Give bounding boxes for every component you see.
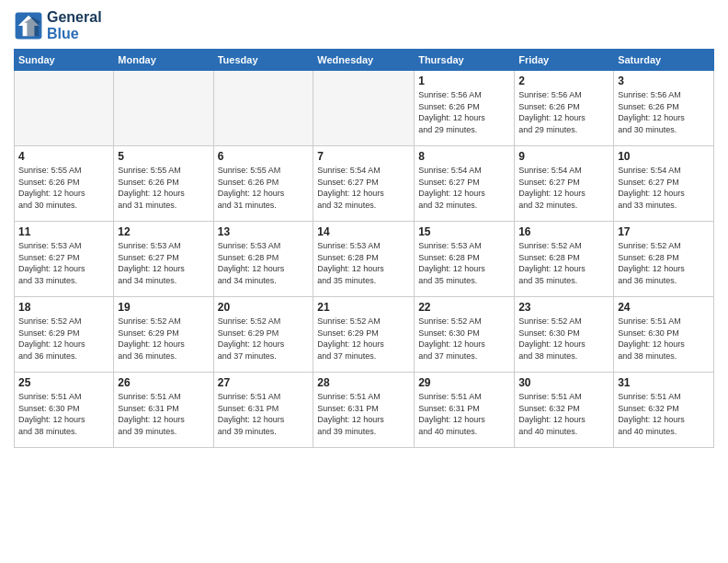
calendar-cell: 20Sunrise: 5:52 AM Sunset: 6:29 PM Dayli… [213,297,313,373]
calendar-cell: 9Sunrise: 5:54 AM Sunset: 6:27 PM Daylig… [515,146,614,222]
calendar-cell: 12Sunrise: 5:53 AM Sunset: 6:27 PM Dayli… [114,222,213,297]
week-row-4: 18Sunrise: 5:52 AM Sunset: 6:29 PM Dayli… [15,297,714,373]
day-info: Sunrise: 5:52 AM Sunset: 6:30 PM Dayligh… [518,316,609,362]
day-number: 20 [218,301,310,314]
day-number: 10 [618,150,710,163]
day-info: Sunrise: 5:56 AM Sunset: 6:26 PM Dayligh… [518,89,609,135]
day-info: Sunrise: 5:52 AM Sunset: 6:29 PM Dayligh… [317,316,410,362]
calendar-cell: 11Sunrise: 5:53 AM Sunset: 6:27 PM Dayli… [15,222,114,297]
day-number: 15 [418,225,510,238]
day-info: Sunrise: 5:51 AM Sunset: 6:31 PM Dayligh… [118,391,209,437]
day-info: Sunrise: 5:53 AM Sunset: 6:27 PM Dayligh… [118,240,209,286]
day-info: Sunrise: 5:51 AM Sunset: 6:32 PM Dayligh… [518,391,609,437]
day-number: 18 [18,301,109,314]
weekday-row: SundayMondayTuesdayWednesdayThursdayFrid… [15,50,714,71]
day-info: Sunrise: 5:51 AM Sunset: 6:30 PM Dayligh… [618,316,710,362]
day-number: 27 [218,376,310,389]
day-number: 1 [418,75,510,87]
calendar-cell: 28Sunrise: 5:51 AM Sunset: 6:31 PM Dayli… [313,373,415,448]
day-number: 6 [218,150,310,163]
week-row-3: 11Sunrise: 5:53 AM Sunset: 6:27 PM Dayli… [15,222,714,297]
calendar-header: SundayMondayTuesdayWednesdayThursdayFrid… [15,50,714,71]
logo-icon [14,11,43,40]
day-number: 13 [218,225,310,238]
day-info: Sunrise: 5:52 AM Sunset: 6:29 PM Dayligh… [218,316,310,362]
calendar-cell: 24Sunrise: 5:51 AM Sunset: 6:30 PM Dayli… [614,297,714,373]
day-info: Sunrise: 5:53 AM Sunset: 6:28 PM Dayligh… [317,240,410,286]
logo-text: General Blue [47,9,102,41]
calendar-cell: 8Sunrise: 5:54 AM Sunset: 6:27 PM Daylig… [415,146,515,222]
calendar-cell: 18Sunrise: 5:52 AM Sunset: 6:29 PM Dayli… [15,297,114,373]
day-number: 8 [418,150,510,163]
weekday-header-thursday: Thursday [415,50,515,71]
calendar-cell: 1Sunrise: 5:56 AM Sunset: 6:26 PM Daylig… [415,71,515,146]
day-info: Sunrise: 5:54 AM Sunset: 6:27 PM Dayligh… [418,165,510,211]
day-info: Sunrise: 5:54 AM Sunset: 6:27 PM Dayligh… [618,165,710,211]
weekday-header-saturday: Saturday [614,50,714,71]
day-info: Sunrise: 5:52 AM Sunset: 6:29 PM Dayligh… [18,316,109,362]
day-number: 21 [317,301,410,314]
calendar-cell: 31Sunrise: 5:51 AM Sunset: 6:32 PM Dayli… [614,373,714,448]
day-info: Sunrise: 5:51 AM Sunset: 6:30 PM Dayligh… [18,391,109,437]
weekday-header-tuesday: Tuesday [213,50,313,71]
calendar-cell: 26Sunrise: 5:51 AM Sunset: 6:31 PM Dayli… [114,373,213,448]
header: General Blue [14,9,714,41]
calendar-cell: 25Sunrise: 5:51 AM Sunset: 6:30 PM Dayli… [15,373,114,448]
day-info: Sunrise: 5:51 AM Sunset: 6:31 PM Dayligh… [218,391,310,437]
calendar-cell: 14Sunrise: 5:53 AM Sunset: 6:28 PM Dayli… [313,222,415,297]
day-info: Sunrise: 5:52 AM Sunset: 6:28 PM Dayligh… [618,240,710,286]
day-info: Sunrise: 5:53 AM Sunset: 6:28 PM Dayligh… [418,240,510,286]
calendar-cell: 5Sunrise: 5:55 AM Sunset: 6:26 PM Daylig… [114,146,213,222]
day-number: 7 [317,150,410,163]
calendar-cell: 23Sunrise: 5:52 AM Sunset: 6:30 PM Dayli… [515,297,614,373]
week-row-1: 1Sunrise: 5:56 AM Sunset: 6:26 PM Daylig… [15,71,714,146]
day-number: 22 [418,301,510,314]
day-number: 23 [518,301,609,314]
day-info: Sunrise: 5:51 AM Sunset: 6:32 PM Dayligh… [618,391,710,437]
day-info: Sunrise: 5:51 AM Sunset: 6:31 PM Dayligh… [418,391,510,437]
logo: General Blue [14,9,102,41]
calendar-body: 1Sunrise: 5:56 AM Sunset: 6:26 PM Daylig… [15,71,714,448]
day-number: 31 [618,376,710,389]
weekday-header-friday: Friday [515,50,614,71]
day-info: Sunrise: 5:56 AM Sunset: 6:26 PM Dayligh… [418,89,510,135]
day-info: Sunrise: 5:52 AM Sunset: 6:30 PM Dayligh… [418,316,510,362]
calendar-cell: 13Sunrise: 5:53 AM Sunset: 6:28 PM Dayli… [213,222,313,297]
week-row-2: 4Sunrise: 5:55 AM Sunset: 6:26 PM Daylig… [15,146,714,222]
day-info: Sunrise: 5:54 AM Sunset: 6:27 PM Dayligh… [518,165,609,211]
weekday-header-sunday: Sunday [15,50,114,71]
day-info: Sunrise: 5:53 AM Sunset: 6:27 PM Dayligh… [18,240,109,286]
calendar-cell: 21Sunrise: 5:52 AM Sunset: 6:29 PM Dayli… [313,297,415,373]
calendar-cell: 30Sunrise: 5:51 AM Sunset: 6:32 PM Dayli… [515,373,614,448]
calendar-cell [213,71,313,146]
day-number: 16 [518,225,609,238]
day-info: Sunrise: 5:51 AM Sunset: 6:31 PM Dayligh… [317,391,410,437]
calendar-cell: 17Sunrise: 5:52 AM Sunset: 6:28 PM Dayli… [614,222,714,297]
calendar-cell [114,71,213,146]
day-info: Sunrise: 5:53 AM Sunset: 6:28 PM Dayligh… [218,240,310,286]
day-number: 25 [18,376,109,389]
day-number: 29 [418,376,510,389]
day-number: 19 [118,301,209,314]
calendar-cell: 27Sunrise: 5:51 AM Sunset: 6:31 PM Dayli… [213,373,313,448]
day-info: Sunrise: 5:56 AM Sunset: 6:26 PM Dayligh… [618,89,710,135]
weekday-header-wednesday: Wednesday [313,50,415,71]
calendar-cell: 7Sunrise: 5:54 AM Sunset: 6:27 PM Daylig… [313,146,415,222]
day-info: Sunrise: 5:54 AM Sunset: 6:27 PM Dayligh… [317,165,410,211]
day-number: 17 [618,225,710,238]
calendar-cell [15,71,114,146]
week-row-5: 25Sunrise: 5:51 AM Sunset: 6:30 PM Dayli… [15,373,714,448]
calendar-table: SundayMondayTuesdayWednesdayThursdayFrid… [14,49,714,448]
calendar-cell: 4Sunrise: 5:55 AM Sunset: 6:26 PM Daylig… [15,146,114,222]
day-info: Sunrise: 5:55 AM Sunset: 6:26 PM Dayligh… [218,165,310,211]
calendar-cell: 3Sunrise: 5:56 AM Sunset: 6:26 PM Daylig… [614,71,714,146]
day-number: 12 [118,225,209,238]
day-number: 2 [518,75,609,87]
calendar-cell: 29Sunrise: 5:51 AM Sunset: 6:31 PM Dayli… [415,373,515,448]
day-info: Sunrise: 5:55 AM Sunset: 6:26 PM Dayligh… [118,165,209,211]
day-info: Sunrise: 5:52 AM Sunset: 6:28 PM Dayligh… [518,240,609,286]
day-number: 24 [618,301,710,314]
day-number: 4 [18,150,109,163]
day-number: 3 [618,75,710,87]
day-number: 11 [18,225,109,238]
